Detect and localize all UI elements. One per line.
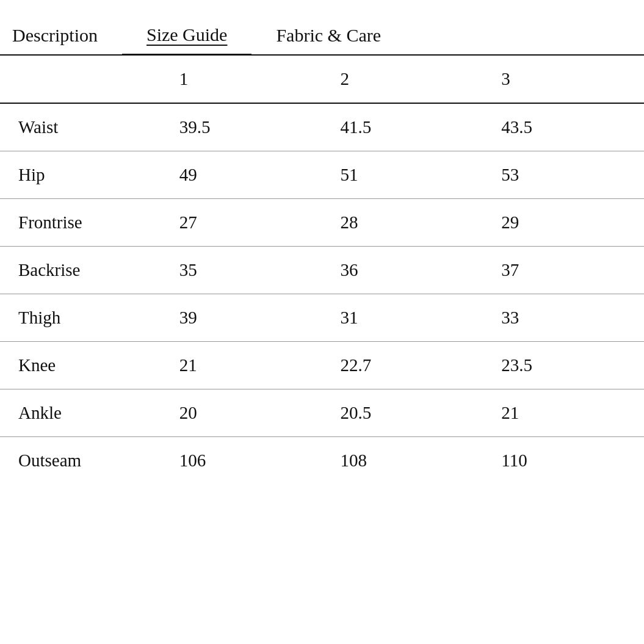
cell-measure: Ankle (0, 389, 161, 437)
cell-col3: 43.5 (483, 103, 644, 151)
table-row: Frontrise272829 (0, 199, 644, 247)
table-row: Thigh393133 (0, 294, 644, 342)
cell-col2: 20.5 (322, 389, 483, 437)
cell-col2: 31 (322, 294, 483, 342)
cell-col2: 108 (322, 437, 483, 485)
cell-measure: Backrise (0, 247, 161, 294)
col-header-3: 3 (483, 56, 644, 103)
cell-measure: Waist (0, 103, 161, 151)
cell-col2: 28 (322, 199, 483, 247)
tab-description[interactable]: Description (0, 19, 122, 54)
cell-measure: Outseam (0, 437, 161, 485)
table-row: Backrise353637 (0, 247, 644, 294)
cell-col1: 49 (161, 151, 322, 199)
cell-col3: 33 (483, 294, 644, 342)
cell-measure: Knee (0, 342, 161, 389)
table-row: Hip495153 (0, 151, 644, 199)
tab-size-guide[interactable]: Size Guide (122, 18, 251, 56)
cell-measure: Frontrise (0, 199, 161, 247)
cell-col1: 106 (161, 437, 322, 485)
cell-col2: 22.7 (322, 342, 483, 389)
tab-fabric-care[interactable]: Fabric & Care (251, 19, 405, 54)
table-row: Knee2122.723.5 (0, 342, 644, 389)
col-header-measure (0, 56, 161, 103)
col-header-2: 2 (322, 56, 483, 103)
table-row: Waist39.541.543.5 (0, 103, 644, 151)
cell-col2: 51 (322, 151, 483, 199)
col-header-1: 1 (161, 56, 322, 103)
cell-measure: Thigh (0, 294, 161, 342)
cell-col1: 21 (161, 342, 322, 389)
cell-col3: 29 (483, 199, 644, 247)
table-row: Ankle2020.521 (0, 389, 644, 437)
size-guide-table: 1 2 3 Waist39.541.543.5Hip495153Frontris… (0, 56, 644, 484)
table-header-row: 1 2 3 (0, 56, 644, 103)
tabs-row: Description Size Guide Fabric & Care (0, 0, 644, 56)
cell-col3: 110 (483, 437, 644, 485)
cell-col2: 36 (322, 247, 483, 294)
cell-col1: 39.5 (161, 103, 322, 151)
cell-col3: 53 (483, 151, 644, 199)
cell-col1: 35 (161, 247, 322, 294)
cell-col1: 20 (161, 389, 322, 437)
table-row: Outseam106108110 (0, 437, 644, 485)
cell-col1: 39 (161, 294, 322, 342)
cell-col1: 27 (161, 199, 322, 247)
cell-col3: 37 (483, 247, 644, 294)
cell-col3: 23.5 (483, 342, 644, 389)
cell-col2: 41.5 (322, 103, 483, 151)
cell-col3: 21 (483, 389, 644, 437)
cell-measure: Hip (0, 151, 161, 199)
page-container: Description Size Guide Fabric & Care 1 2… (0, 0, 644, 644)
